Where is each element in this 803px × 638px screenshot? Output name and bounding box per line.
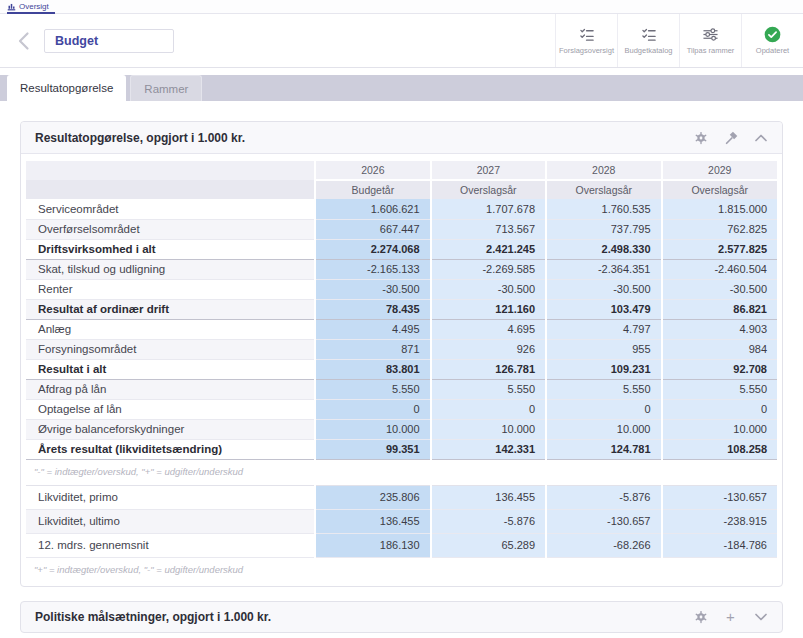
tab-rammer[interactable]: Rammer [130,75,202,101]
cell-value: 126.781 [431,359,546,379]
cell-value: 109.231 [546,359,661,379]
cell-value: -30.500 [431,279,546,299]
table-row: Afdrag på lån5.5505.5505.5505.550 [26,379,777,399]
cell-value: 5.550 [546,379,661,399]
cell-value: 737.795 [546,219,661,239]
tab-label: Rammer [144,83,188,95]
cell-value: 2.274.068 [315,239,430,259]
cell-value: 86.821 [662,299,778,319]
table-row: Øvrige balanceforskydninger10.00010.0001… [26,419,777,439]
panel-actions [693,130,768,145]
cell-value: 5.550 [662,379,778,399]
row-label: Årets resultat (likviditetsændring) [26,439,315,459]
gear-icon[interactable] [693,130,708,145]
cell-value: 4.495 [315,319,430,339]
cell-value: 667.447 [315,219,430,239]
row-label: Forsyningsområdet [26,339,315,359]
chevron-left-icon [17,31,30,51]
row-label: Overførselsområdet [26,219,315,239]
cell-value: 235.806 [315,485,430,509]
row-label: Optagelse af lån [26,399,315,419]
plus-icon[interactable]: + [723,609,738,624]
cell-value: 1.606.621 [315,199,430,219]
cell-value: 10.000 [662,419,778,439]
cell-value: 871 [315,339,430,359]
cell-value: 136.455 [431,485,546,509]
chevron-down-icon[interactable] [753,609,768,624]
result-table-head: 2026202720282029 BudgetårOverslagsårOver… [26,161,777,199]
tab-resultatopgoerelse[interactable]: Resultatopgørelse [7,75,126,101]
cell-value: 124.781 [546,439,661,459]
cell-value: -2.165.133 [315,259,430,279]
year-type-header: Overslagsår [431,180,546,199]
result-table: 2026202720282029 BudgetårOverslagsårOver… [26,161,777,460]
check-circle-icon [764,26,781,42]
cell-value: 5.550 [431,379,546,399]
political-panel-header[interactable]: Politiske målsætninger, opgjort i 1.000 … [20,601,783,633]
cell-value: -30.500 [315,279,430,299]
tab-label: Resultatopgørelse [20,82,113,94]
table-row: Resultat af ordinær drift78.435121.16010… [26,299,777,319]
result-table-body: Serviceområdet1.606.6211.707.6781.760.53… [26,199,777,459]
row-label: Resultat af ordinær drift [26,299,315,319]
row-label: Afdrag på lån [26,379,315,399]
cell-value: -5.876 [431,509,546,533]
back-button[interactable] [12,26,34,56]
result-panel: Resultatopgørelse, opgjort i 1.000 kr. [20,121,783,587]
cell-value: -130.657 [662,485,778,509]
sliders-icon [702,26,719,42]
gear-icon[interactable] [693,609,708,624]
cell-value: -68.266 [546,533,661,557]
year-header: 2027 [431,161,546,180]
budget-title-field[interactable]: Budget [44,29,174,53]
checklist-icon [579,26,595,42]
budgetkatalog-button[interactable]: Budgetkatalog [617,14,679,67]
cell-value: 10.000 [315,419,430,439]
table-row: Overførselsområdet667.447713.567737.7957… [26,219,777,239]
action-label: Budgetkatalog [625,46,673,55]
forslagsoversigt-button[interactable]: Forslagsoversigt [555,14,617,67]
year-type-header: Budgetår [315,180,430,199]
opdateret-status[interactable]: Opdateret [741,14,803,67]
hammer-icon[interactable] [723,130,738,145]
sign-convention-footnote: "-" = indtægter/overskud, "+" = udgifter… [34,466,777,477]
bar-chart-icon [7,2,16,11]
page-title: Budget [55,34,98,48]
result-panel-header[interactable]: Resultatopgørelse, opgjort i 1.000 kr. [21,122,782,154]
cell-value: 108.258 [662,439,778,459]
content: Resultatopgørelse, opgjort i 1.000 kr. [0,101,803,633]
cell-value: 1.707.678 [431,199,546,219]
cell-value: 92.708 [662,359,778,379]
row-label: Likviditet, ultimo [26,509,315,533]
chevron-up-icon[interactable] [753,130,768,145]
row-label: Øvrige balanceforskydninger [26,419,315,439]
cell-value: 10.000 [431,419,546,439]
liquidity-section: Likviditet, primo235.806136.455-5.876-13… [26,485,777,575]
cell-value: -30.500 [546,279,661,299]
top-tab-oversigt[interactable]: Oversigt [7,0,55,14]
cell-value: 1.815.000 [662,199,778,219]
header-actions: Forslagsoversigt Budgetkatalog Tilpas ra… [555,14,803,67]
tilpas-rammer-button[interactable]: Tilpas rammer [679,14,741,67]
panel-actions: + [693,609,768,624]
result-panel-body: 2026202720282029 BudgetårOverslagsårOver… [21,154,782,586]
cell-value: -130.657 [546,509,661,533]
table-row: Serviceområdet1.606.6211.707.6781.760.53… [26,199,777,219]
cell-value: 10.000 [546,419,661,439]
cell-value: -238.915 [662,509,778,533]
table-row: Likviditet, primo235.806136.455-5.876-13… [26,485,777,509]
top-tab-label: Oversigt [19,2,49,11]
tab-area: Resultatopgørelse Rammer [0,68,803,101]
year-type-row: BudgetårOverslagsårOverslagsårOverslagså… [26,180,777,199]
table-row: Driftsvirksomhed i alt2.274.0682.421.245… [26,239,777,259]
cell-value: 4.903 [662,319,778,339]
app-header: Budget Forslagsoversigt Budgetkatalog Ti… [0,14,803,68]
table-row: Anlæg4.4954.6954.7974.903 [26,319,777,339]
year-type-header: Overslagsår [546,180,661,199]
corner-cell [26,180,315,199]
cell-value: 0 [662,399,778,419]
cell-value: -184.786 [662,533,778,557]
cell-value: 142.331 [431,439,546,459]
table-row: Resultat i alt83.801126.781109.23192.708 [26,359,777,379]
liquidity-table-body: Likviditet, primo235.806136.455-5.876-13… [26,485,777,557]
